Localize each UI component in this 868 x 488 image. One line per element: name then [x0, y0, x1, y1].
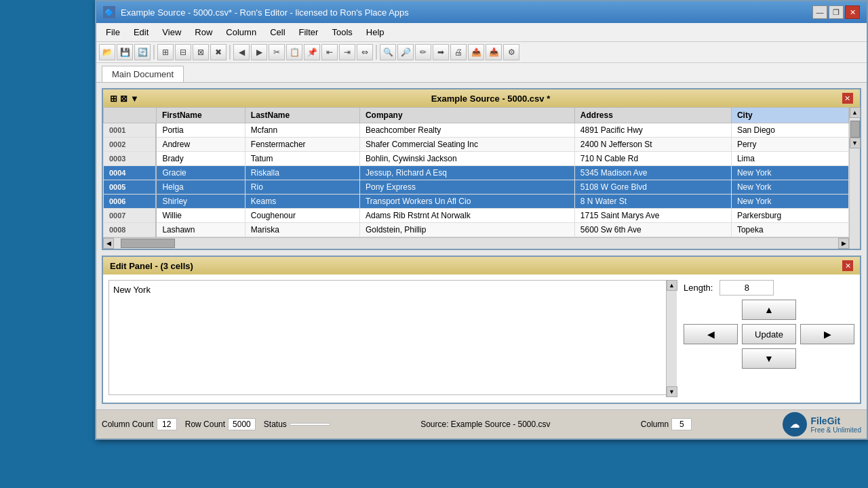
cell-company[interactable]: Goldstein, Phillip	[359, 223, 574, 237]
cell-company[interactable]: Shafer Commercial Seating Inc	[359, 138, 574, 152]
tb-export[interactable]: 📤	[468, 44, 484, 60]
table-row[interactable]: 0003BradyTatumBohlin, Cywinski Jackson71…	[104, 152, 849, 166]
table-row[interactable]: 0007WillieCoughenourAdams Rib Rstrnt At …	[104, 209, 849, 223]
cell-lastname[interactable]: Coughenour	[245, 209, 359, 223]
col-header-address[interactable]: Address	[574, 108, 731, 123]
tb-refresh[interactable]: 🔄	[134, 44, 151, 60]
col-header-lastname[interactable]: LastName	[245, 108, 359, 123]
tb-left[interactable]: ◀	[233, 44, 250, 60]
nav-prev-button[interactable]: ◀	[684, 324, 738, 344]
menu-tools[interactable]: Tools	[325, 24, 359, 40]
edit-textarea[interactable]: New York	[108, 280, 677, 395]
update-button[interactable]: Update	[742, 324, 796, 344]
cell-firstname[interactable]: Shirley	[156, 195, 245, 209]
table-row[interactable]: 0004GracieRiskallaJessup, Richard A Esq5…	[104, 166, 849, 180]
table-row[interactable]: 0002AndrewFenstermacherShafer Commercial…	[104, 138, 849, 152]
cell-address[interactable]: 2400 N Jefferson St	[574, 138, 731, 152]
table-row[interactable]: 0008LashawnMariskaGoldstein, Phillip5600…	[104, 223, 849, 237]
hscroll-right-btn[interactable]: ▶	[838, 238, 849, 249]
cell-city[interactable]: New York	[731, 195, 848, 209]
table-row[interactable]: 0005HelgaRioPony Express5108 W Gore Blvd…	[104, 180, 849, 195]
cell-lastname[interactable]: Fenstermacher	[245, 138, 359, 152]
cell-firstname[interactable]: Brady	[156, 152, 245, 166]
nav-next-button[interactable]: ▶	[800, 324, 854, 344]
tb-search2[interactable]: 🔎	[397, 44, 414, 60]
cell-lastname[interactable]: Tatum	[245, 152, 359, 166]
tb-col-left[interactable]: ⇤	[321, 44, 338, 60]
cell-address[interactable]: 5108 W Gore Blvd	[574, 180, 731, 195]
cell-firstname[interactable]: Lashawn	[156, 223, 245, 237]
menu-row[interactable]: Row	[188, 24, 219, 40]
cell-address[interactable]: 5600 Sw 6th Ave	[574, 223, 731, 237]
tb-edit[interactable]: ✏	[415, 44, 431, 60]
tb-cut[interactable]: ✂	[269, 44, 285, 60]
minimize-button[interactable]: —	[812, 5, 827, 19]
close-button[interactable]: ✕	[845, 5, 860, 19]
length-input[interactable]	[719, 280, 774, 296]
menu-help[interactable]: Help	[359, 24, 391, 40]
cell-city[interactable]: New York	[731, 166, 848, 180]
edit-scroll-down[interactable]: ▼	[667, 386, 677, 397]
cell-company[interactable]: Bohlin, Cywinski Jackson	[359, 152, 574, 166]
cell-company[interactable]: Jessup, Richard A Esq	[359, 166, 574, 180]
tb-save[interactable]: 💾	[117, 44, 133, 60]
cell-address[interactable]: 710 N Cable Rd	[574, 152, 731, 166]
tb-right[interactable]: ▶	[251, 44, 267, 60]
menu-view[interactable]: View	[155, 24, 188, 40]
vscroll-up-btn[interactable]: ▲	[850, 107, 861, 118]
cell-lastname[interactable]: Riskalla	[245, 166, 359, 180]
tb-col-center[interactable]: ⇔	[357, 44, 373, 60]
cell-address[interactable]: 8 N Water St	[574, 195, 731, 209]
cell-firstname[interactable]: Andrew	[156, 138, 245, 152]
tb-col-right[interactable]: ⇥	[339, 44, 355, 60]
cell-city[interactable]: Perry	[731, 138, 848, 152]
tb-delete[interactable]: ✖	[210, 44, 226, 60]
cell-lastname[interactable]: Keams	[245, 195, 359, 209]
table-row[interactable]: 0006ShirleyKeamsTransport Workers Un Afl…	[104, 195, 849, 209]
hscroll-thumb[interactable]	[121, 239, 175, 248]
cell-city[interactable]: Parkersburg	[731, 209, 848, 223]
hscroll-left-btn[interactable]: ◀	[103, 238, 114, 249]
cell-firstname[interactable]: Gracie	[156, 166, 245, 180]
vscroll-down-btn[interactable]: ▼	[850, 138, 861, 148]
tb-settings[interactable]: ⚙	[503, 44, 519, 60]
cell-firstname[interactable]: Helga	[156, 180, 245, 195]
col-header-city[interactable]: City	[731, 108, 848, 123]
tb-search1[interactable]: 🔍	[380, 44, 396, 60]
tb-open[interactable]: 📂	[99, 44, 115, 60]
cell-company[interactable]: Pony Express	[359, 180, 574, 195]
menu-edit[interactable]: Edit	[127, 24, 155, 40]
col-header-company[interactable]: Company	[359, 108, 574, 123]
table-row[interactable]: 0001PortiaMcfannBeachcomber Realty4891 P…	[104, 123, 849, 138]
restore-button[interactable]: ❐	[829, 5, 844, 19]
vscroll-thumb[interactable]	[850, 121, 860, 138]
cell-city[interactable]: San Diego	[731, 123, 848, 138]
cell-city[interactable]: Lima	[731, 152, 848, 166]
table-close-button[interactable]: ✕	[842, 93, 853, 104]
cell-company[interactable]: Adams Rib Rstrnt At Norwalk	[359, 209, 574, 223]
menu-file[interactable]: File	[99, 24, 127, 40]
cell-lastname[interactable]: Mariska	[245, 223, 359, 237]
col-header-firstname[interactable]: FirstName	[156, 108, 245, 123]
cell-firstname[interactable]: Willie	[156, 209, 245, 223]
tb-nav1[interactable]: ➡	[433, 44, 449, 60]
tb-print[interactable]: 🖨	[450, 44, 467, 60]
cell-city[interactable]: New York	[731, 180, 848, 195]
menu-column[interactable]: Column	[219, 24, 263, 40]
cell-city[interactable]: Topeka	[731, 223, 848, 237]
cell-firstname[interactable]: Portia	[156, 123, 245, 138]
edit-scroll-up[interactable]: ▲	[667, 280, 677, 291]
cell-company[interactable]: Transport Workers Un Afl Cio	[359, 195, 574, 209]
menu-cell[interactable]: Cell	[263, 24, 292, 40]
cell-address[interactable]: 4891 Pacific Hwy	[574, 123, 731, 138]
cell-lastname[interactable]: Rio	[245, 180, 359, 195]
tab-main-document[interactable]: Main Document	[102, 66, 184, 82]
cell-lastname[interactable]: Mcfann	[245, 123, 359, 138]
tb-grid3[interactable]: ⊠	[193, 44, 209, 60]
menu-filter[interactable]: Filter	[292, 24, 326, 40]
tb-import[interactable]: 📥	[486, 44, 502, 60]
cell-address[interactable]: 1715 Saint Marys Ave	[574, 209, 731, 223]
cell-address[interactable]: 5345 Madison Ave	[574, 166, 731, 180]
tb-grid2[interactable]: ⊟	[175, 44, 191, 60]
tb-paste[interactable]: 📌	[304, 44, 320, 60]
